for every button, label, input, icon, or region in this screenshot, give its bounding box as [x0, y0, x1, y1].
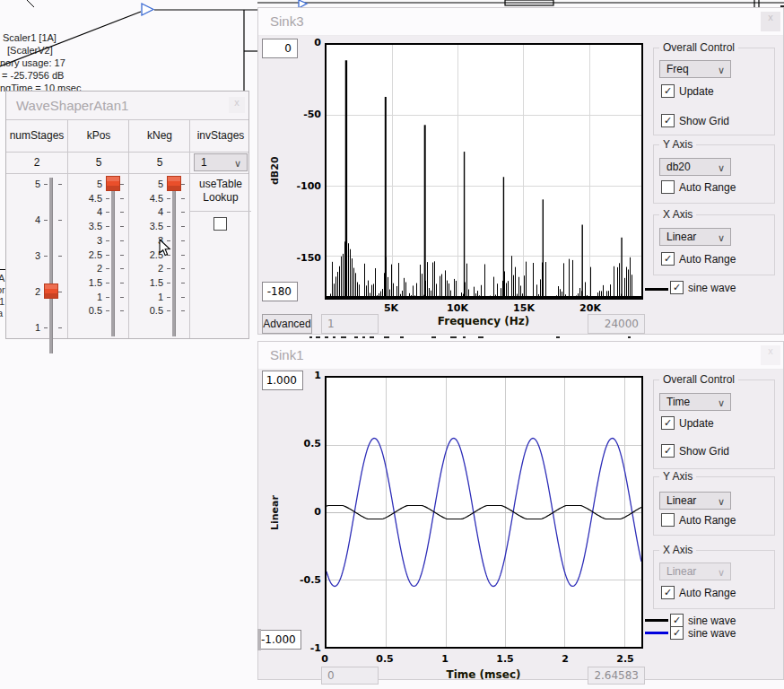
close-icon[interactable]: x: [229, 97, 245, 113]
y-axis-title: dB20: [269, 139, 281, 202]
close-icon[interactable]: x: [761, 345, 780, 365]
slider-tick-mark: [106, 198, 109, 199]
scope-canvas: [327, 378, 641, 647]
show-grid-checkbox[interactable]: ✓: [661, 444, 675, 458]
ws-column-kPos: kPos554.543.532.521.510.5: [67, 120, 129, 338]
slider-tick-mark: [120, 283, 124, 283]
ws-column-header: kNeg: [129, 120, 190, 152]
slider-tick-label: 4: [133, 206, 163, 217]
slider-tick-label: 1: [133, 292, 163, 302]
sink3-titlebar[interactable]: Sink3 x: [258, 8, 783, 36]
x-min-input[interactable]: 1: [321, 314, 379, 334]
sink1-titlebar[interactable]: Sink1 x: [258, 342, 783, 370]
x-auto-range-checkbox[interactable]: ✓: [661, 586, 675, 599]
slider-thumb[interactable]: [106, 176, 120, 191]
slider-tick-label: 1: [72, 292, 102, 302]
slider-tick-mark: [106, 310, 109, 311]
chevron-down-icon: ∨: [718, 230, 725, 246]
slider-tick-label: 3: [72, 235, 102, 246]
usetable-label: Lookup: [190, 191, 251, 205]
slider-tick-label: 2: [133, 263, 163, 274]
x-max-input[interactable]: 24000: [588, 314, 645, 334]
group-label: Overall Control: [659, 41, 738, 54]
slider-tick-mark: [120, 212, 124, 213]
slider-tick-mark: [106, 283, 109, 283]
x-axis-title: Time (msec): [447, 668, 521, 681]
ws-column-value: 5: [68, 153, 129, 173]
slider-tick-mark: [167, 310, 170, 311]
sink1-title: Sink1: [270, 347, 304, 362]
slider-tick-mark: [181, 226, 185, 227]
overall-control-dropdown[interactable]: Freq ∨: [659, 60, 731, 78]
show-grid-label: Show Grid: [679, 445, 729, 458]
sink3-plot: [325, 43, 643, 300]
invstages-dropdown[interactable]: 1∨: [194, 153, 248, 171]
axis-tick-label: 20K: [571, 302, 610, 314]
slider-tick-mark: [181, 283, 185, 283]
advanced-button[interactable]: Advanced: [262, 314, 312, 334]
slider-tick-mark: [58, 327, 62, 328]
slider-tick-mark: [167, 226, 170, 227]
x-max-input[interactable]: 2.64583: [588, 667, 645, 685]
legend-checkbox[interactable]: ✓: [670, 614, 684, 627]
slider-tick-mark: [58, 292, 62, 292]
legend-label: sine wave: [688, 282, 736, 294]
slider-tick-mark: [58, 256, 62, 257]
slider-tick-mark: [106, 240, 109, 241]
slider-thumb[interactable]: [44, 283, 58, 299]
group-label: X Axis: [659, 544, 696, 556]
show-grid-checkbox[interactable]: ✓: [661, 114, 675, 127]
scaler-text-line: = -25.7956 dB: [2, 70, 64, 81]
slider-tick-mark: [106, 268, 109, 269]
waveshaper-title: WaveShaperAtan1: [16, 98, 128, 113]
x-min-input[interactable]: 0: [321, 667, 379, 685]
slider-tick-mark: [167, 283, 170, 283]
slider-tick-label: 4.5: [72, 193, 102, 204]
y-min-box[interactable]: -180: [262, 282, 298, 301]
axis-tick-label: 1: [282, 370, 321, 381]
overall-control-dropdown[interactable]: Time ∨: [659, 393, 731, 411]
x-axis-dropdown[interactable]: Linear ∨: [659, 228, 731, 246]
y-auto-range-checkbox[interactable]: [661, 180, 675, 194]
sink3-title: Sink3: [270, 13, 304, 29]
axis-tick-label: 0.5: [282, 438, 321, 449]
chevron-down-icon: ∨: [718, 493, 725, 510]
update-checkbox[interactable]: ✓: [661, 84, 675, 98]
group-label: X Axis: [659, 208, 696, 221]
axis-tick-label: -100: [282, 180, 321, 192]
y-axis-title: Linear: [269, 482, 281, 545]
slider-tick-label: 4.5: [133, 193, 163, 204]
slider-thumb[interactable]: [167, 176, 181, 191]
slider-tick-mark: [58, 184, 62, 185]
axis-tick-label: 10K: [438, 302, 477, 314]
slider-tick-label: 1.5: [133, 277, 163, 288]
slider-tick-mark: [120, 240, 124, 241]
scrollbar-fragment: [257, 629, 261, 650]
y-auto-range-checkbox[interactable]: [661, 513, 675, 527]
slider-tick-label: 1: [10, 322, 40, 333]
slider-tick-mark: [120, 255, 124, 256]
slider-tick-mark: [167, 212, 170, 213]
x-axis-dropdown[interactable]: Linear ∨: [659, 563, 731, 580]
x-auto-range-checkbox[interactable]: ✓: [661, 252, 675, 266]
slider-tick-mark: [167, 297, 170, 298]
slider-tick-label: 4: [10, 214, 40, 225]
legend-checkbox[interactable]: ✓: [670, 626, 684, 640]
legend-checkbox[interactable]: ✓: [670, 281, 684, 294]
scaler-text-line: Scaler1 [1A]: [3, 32, 57, 43]
usetable-checkbox[interactable]: [213, 217, 227, 231]
legend-label: sine wave: [688, 627, 736, 640]
slider-tick-label: 5: [133, 179, 163, 189]
axis-tick-label: 0: [282, 37, 321, 48]
legend-label: sine wave: [688, 615, 736, 627]
update-checkbox[interactable]: ✓: [661, 416, 675, 430]
x-auto-range-label: Auto Range: [679, 253, 736, 266]
y-axis-dropdown[interactable]: db20 ∨: [659, 158, 731, 176]
slider-tick-mark: [120, 198, 124, 199]
slider-tick-mark: [106, 297, 109, 298]
slider-tick-mark: [58, 220, 62, 221]
close-icon[interactable]: x: [761, 12, 780, 31]
axis-tick-label: 5K: [371, 302, 411, 314]
y-axis-dropdown[interactable]: Linear ∨: [659, 492, 731, 510]
ws-column-value: 2: [6, 153, 67, 173]
